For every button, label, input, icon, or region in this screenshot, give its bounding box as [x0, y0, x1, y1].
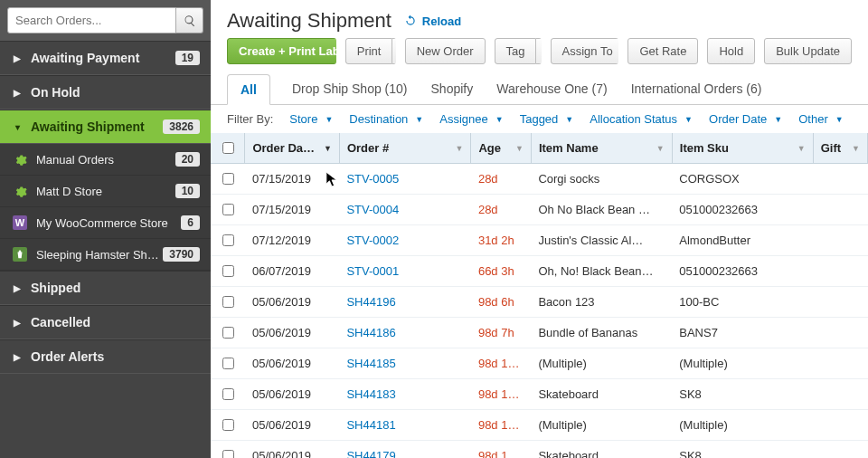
cell-order-number[interactable]: STV-0001 — [339, 256, 470, 287]
row-checkbox[interactable] — [222, 419, 234, 431]
store-item-woocommerce[interactable]: W My WooCommerce Store 6 — [0, 207, 211, 239]
cell-order-number[interactable]: SH44183 — [339, 379, 470, 410]
cell-age: 28d — [471, 164, 532, 195]
tag-dropdown[interactable]: ▼ — [535, 38, 541, 64]
filter-destination[interactable]: Destination▼ — [349, 112, 423, 126]
cell-item-name: Skateboard — [531, 441, 672, 459]
print-button[interactable]: Print — [345, 38, 392, 64]
row-checkbox[interactable] — [222, 450, 234, 458]
filter-store[interactable]: Store▼ — [289, 112, 333, 126]
sidebar-item-label: Cancelled — [31, 315, 200, 329]
page-title: Awaiting Shipment — [227, 9, 392, 33]
sort-desc-icon: ▼ — [324, 144, 332, 153]
tag-split: Tag ▼ — [495, 38, 542, 64]
header-gift[interactable]: Gift▼ — [813, 133, 867, 164]
main: Awaiting Shipment Reload Create + Print … — [211, 0, 868, 458]
cell-order-number[interactable]: SH44196 — [339, 287, 470, 318]
table-row[interactable]: 05/06/2019SH4418598d 1…(Multiple)(Multip… — [211, 348, 868, 379]
cell-order-number[interactable]: STV-0005 — [339, 164, 470, 195]
tab-shopify[interactable]: Shopify — [429, 74, 476, 104]
header-order-number[interactable]: Order #▼ — [339, 133, 470, 164]
bulk-update-button[interactable]: Bulk Update — [764, 38, 852, 64]
filter-allocation-status[interactable]: Allocation Status▼ — [590, 112, 693, 126]
filter-row: Filter By: Store▼ Destination▼ Assignee▼… — [211, 105, 868, 133]
table-row[interactable]: 05/06/2019SH4418698d 7hBundle of Bananas… — [211, 318, 868, 348]
header-item-sku[interactable]: Item Sku▼ — [672, 133, 813, 164]
orders-table-wrap[interactable]: Order Da…▼ Order #▼ Age▼ Item Name▼ Item… — [211, 133, 868, 458]
row-checkbox[interactable] — [222, 234, 234, 246]
assign-to-button[interactable]: Assign To — [551, 38, 619, 64]
row-checkbox[interactable] — [222, 265, 234, 277]
sidebar-item-order-alerts[interactable]: ▶ Order Alerts — [0, 339, 211, 374]
table-row[interactable]: 05/06/2019SH4419698d 6hBacon 123100-BC — [211, 287, 868, 318]
reload-icon — [404, 14, 417, 27]
tab-drop-ship-shop[interactable]: Drop Ship Shop (10) — [290, 74, 410, 104]
cell-order-number[interactable]: SH44186 — [339, 318, 470, 348]
reload-button[interactable]: Reload — [404, 14, 461, 28]
filter-assignee[interactable]: Assignee▼ — [439, 112, 503, 126]
table-row[interactable]: 07/15/2019STV-000428dOh No Black Bean …0… — [211, 195, 868, 225]
filter-by-label: Filter By: — [227, 112, 273, 126]
sidebar-item-on-hold[interactable]: ▶ On Hold — [0, 75, 211, 110]
table-row[interactable]: 06/07/2019STV-000166d 3hOh, No! Black Be… — [211, 256, 868, 287]
store-label: Manual Orders — [36, 153, 175, 167]
get-rate-button[interactable]: Get Rate — [627, 38, 698, 64]
row-checkbox[interactable] — [222, 388, 234, 400]
cell-item-sku: 100-BC — [672, 287, 813, 318]
header-checkbox[interactable] — [211, 133, 245, 164]
select-all-checkbox[interactable] — [222, 142, 234, 154]
store-item-manual-orders[interactable]: Manual Orders 20 — [0, 144, 211, 176]
cell-order-number[interactable]: STV-0004 — [339, 195, 470, 225]
table-row[interactable]: 07/15/2019STV-000528dCorgi socksCORGSOX — [211, 164, 868, 195]
tab-all[interactable]: All — [227, 74, 270, 105]
row-checkbox[interactable] — [222, 358, 234, 369]
header-order-date[interactable]: Order Da…▼ — [245, 133, 340, 164]
cell-gift — [813, 287, 867, 318]
row-checkbox[interactable] — [222, 327, 234, 339]
cell-order-number[interactable]: STV-0002 — [339, 225, 470, 256]
search-button[interactable] — [176, 7, 203, 33]
row-checkbox[interactable] — [222, 173, 234, 185]
row-checkbox[interactable] — [222, 296, 234, 308]
new-order-button[interactable]: New Order — [405, 38, 486, 64]
cell-order-number[interactable]: SH44181 — [339, 410, 470, 441]
print-dropdown[interactable]: ▼ — [392, 38, 395, 64]
cell-order-number[interactable]: SH44185 — [339, 348, 470, 379]
reload-label: Reload — [422, 14, 461, 28]
hold-button[interactable]: Hold — [707, 38, 755, 64]
cell-order-date: 05/06/2019 — [245, 441, 340, 459]
filter-other[interactable]: Other▼ — [798, 112, 843, 126]
tab-international-orders[interactable]: International Orders (6) — [629, 74, 764, 104]
sidebar-item-cancelled[interactable]: ▶ Cancelled — [0, 305, 211, 339]
store-item-matt-d[interactable]: Matt D Store 10 — [0, 176, 211, 207]
header-age[interactable]: Age▼ — [471, 133, 532, 164]
cell-order-number[interactable]: SH44179 — [339, 441, 470, 459]
row-checkbox[interactable] — [222, 204, 234, 215]
woocommerce-icon: W — [13, 215, 27, 230]
create-print-label-split: Create + Print Label ▼ — [227, 38, 336, 64]
table-row[interactable]: 07/12/2019STV-000231d 2hJustin's Classic… — [211, 225, 868, 256]
cell-order-date: 07/12/2019 — [245, 225, 340, 256]
create-print-label-button[interactable]: Create + Print Label — [227, 38, 336, 64]
cell-gift — [813, 256, 867, 287]
header-item-name[interactable]: Item Name▼ — [531, 133, 672, 164]
filter-tagged[interactable]: Tagged▼ — [520, 112, 574, 126]
table-row[interactable]: 05/06/2019SH4418398d 1…SkateboardSK8 — [211, 379, 868, 410]
table-row[interactable]: 05/06/2019SH4418198d 1…(Multiple)(Multip… — [211, 410, 868, 441]
search-input[interactable] — [7, 7, 176, 33]
store-item-sleeping-hamster[interactable]: Sleeping Hamster Sh… 3790 — [0, 239, 211, 271]
count-badge: 19 — [175, 51, 200, 65]
table-row[interactable]: 05/06/2019SH4417998d 1…SkateboardSK8 — [211, 441, 868, 459]
tab-warehouse-one[interactable]: Warehouse One (7) — [495, 74, 609, 104]
cell-gift — [813, 318, 867, 348]
sidebar-item-awaiting-payment[interactable]: ▶ Awaiting Payment 19 — [0, 41, 211, 75]
cell-gift — [813, 441, 867, 459]
cell-item-name: Justin's Classic Al… — [531, 225, 672, 256]
gear-icon — [13, 152, 27, 167]
cell-order-date: 05/06/2019 — [245, 287, 340, 318]
sidebar-item-shipped[interactable]: ▶ Shipped — [0, 271, 211, 305]
sidebar-item-awaiting-shipment[interactable]: ▾ Awaiting Shipment 3826 — [0, 110, 211, 144]
sidebar-item-label: On Hold — [31, 85, 200, 100]
tag-button[interactable]: Tag — [495, 38, 536, 64]
filter-order-date[interactable]: Order Date▼ — [709, 112, 782, 126]
